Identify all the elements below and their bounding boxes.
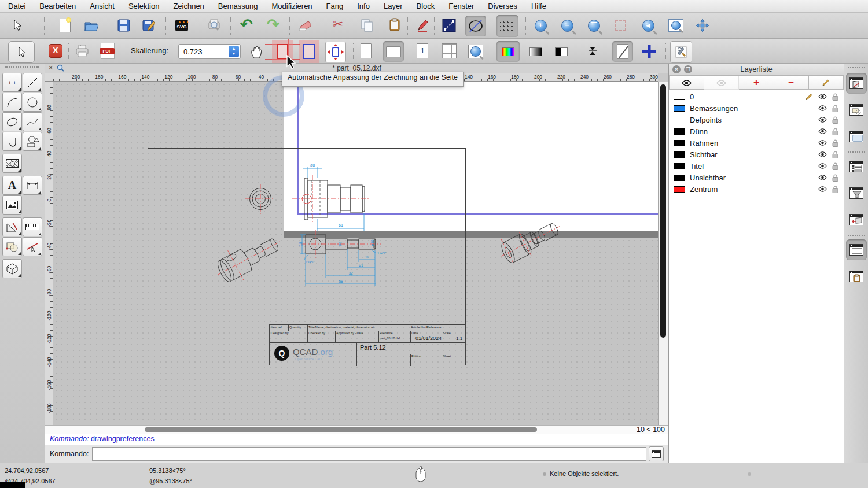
layer-lock-icon[interactable] bbox=[832, 105, 838, 112]
drawing-canvas[interactable]: ø8 61 18 bbox=[53, 82, 658, 425]
menu-item-block[interactable]: Block bbox=[416, 2, 435, 10]
zoom-selection-button[interactable] bbox=[611, 16, 630, 35]
show-all-layers-button[interactable] bbox=[669, 76, 704, 90]
blackwhite-mode-button[interactable] bbox=[550, 41, 573, 62]
menu-item-bearbeiten[interactable]: Bearbeiten bbox=[39, 2, 76, 10]
edit-layer-button[interactable] bbox=[809, 76, 844, 90]
menu-item-datei[interactable]: Datei bbox=[8, 2, 25, 10]
circle-tool-button[interactable] bbox=[23, 93, 42, 112]
save-button[interactable] bbox=[115, 16, 133, 35]
grayscale-mode-button[interactable] bbox=[524, 41, 547, 62]
horizontal-scrollbar-thumb[interactable] bbox=[145, 427, 537, 432]
line-draw-tool-button[interactable] bbox=[23, 73, 42, 92]
vertical-scrollbar-thumb[interactable] bbox=[660, 84, 666, 338]
full-color-mode-button[interactable] bbox=[496, 41, 520, 62]
eraser-button[interactable] bbox=[296, 16, 315, 35]
paste-button[interactable] bbox=[385, 16, 404, 34]
layer-lock-icon[interactable] bbox=[832, 162, 838, 170]
zoom-in-button[interactable]: + bbox=[531, 16, 550, 35]
layer-row-rahmen[interactable]: Rahmen bbox=[669, 137, 844, 149]
layer-visibility-icon[interactable] bbox=[818, 105, 827, 111]
measure-tool-button[interactable] bbox=[23, 217, 42, 236]
layer-color-swatch[interactable] bbox=[674, 151, 685, 158]
misc-draw-tool-button[interactable] bbox=[2, 217, 22, 236]
menu-item-fenster[interactable]: Fenster bbox=[448, 2, 474, 10]
menu-item-modifizieren[interactable]: Modifizieren bbox=[272, 2, 312, 10]
menu-item-hilfe[interactable]: Hilfe bbox=[531, 2, 546, 10]
undo-button[interactable]: ↶ bbox=[237, 15, 256, 34]
layer-row-0[interactable]: 0 bbox=[669, 91, 844, 102]
draw-pencil-button[interactable] bbox=[413, 16, 432, 35]
draft-mode-button[interactable] bbox=[612, 41, 633, 62]
layer-visibility-icon[interactable] bbox=[818, 94, 827, 99]
command-options-button[interactable] bbox=[649, 446, 664, 461]
property-list-panel-toggle[interactable] bbox=[846, 156, 867, 177]
pan-button[interactable] bbox=[693, 16, 712, 35]
pdf-export-button[interactable]: PDF bbox=[98, 42, 117, 60]
hide-all-layers-button[interactable] bbox=[704, 76, 739, 90]
redo-button[interactable]: ↷ bbox=[264, 15, 282, 34]
layer-visibility-icon[interactable] bbox=[818, 140, 827, 146]
library-browser-panel-toggle[interactable] bbox=[846, 209, 867, 230]
arc-tool-button[interactable] bbox=[2, 93, 22, 112]
layer-lock-icon[interactable] bbox=[832, 186, 838, 193]
menu-item-bemassung[interactable]: Bemassung bbox=[218, 2, 258, 10]
close-drawing-button[interactable]: X bbox=[46, 42, 65, 60]
menu-item-zeichnen[interactable]: Zeichnen bbox=[173, 2, 204, 10]
zoom-previous-button[interactable]: ◂ bbox=[639, 16, 657, 35]
compress-view-button[interactable] bbox=[583, 42, 602, 60]
menu-item-selektion[interactable]: Selektion bbox=[128, 2, 159, 10]
panel-detach-icon[interactable]: ❐ bbox=[684, 65, 692, 73]
block-panel-toggle[interactable] bbox=[846, 99, 867, 120]
remove-layer-button[interactable]: − bbox=[774, 76, 809, 90]
panel-close-icon[interactable]: ✕ bbox=[672, 65, 681, 73]
zoom-auto-button[interactable] bbox=[584, 16, 603, 35]
portrait-page-button[interactable] bbox=[356, 42, 375, 60]
fit-page-to-drawing-button[interactable] bbox=[299, 40, 319, 63]
polyline-tool-button[interactable] bbox=[2, 132, 22, 151]
point-tool-button[interactable]: + + bbox=[2, 73, 22, 92]
layer-color-swatch[interactable] bbox=[674, 140, 685, 146]
layer-visibility-icon[interactable] bbox=[818, 128, 827, 134]
zoom-window-button[interactable] bbox=[667, 16, 685, 35]
trim-tool-button[interactable] bbox=[23, 237, 42, 256]
layer-row-unsichtbar[interactable]: Unsichtbar bbox=[669, 172, 844, 183]
layer-lock-icon[interactable] bbox=[832, 151, 838, 158]
command-line-panel-toggle[interactable] bbox=[846, 239, 867, 260]
open-file-button[interactable] bbox=[82, 16, 101, 35]
tab-title[interactable]: * part_05.12.dxf bbox=[45, 64, 668, 72]
layer-panel-header[interactable]: ✕ ❐ Layerliste bbox=[669, 64, 844, 76]
menu-item-ansicht[interactable]: Ansicht bbox=[90, 2, 115, 10]
menu-item-diverses[interactable]: Diverses bbox=[488, 2, 517, 10]
layer-lock-icon[interactable] bbox=[832, 116, 838, 124]
scale-stepper[interactable]: ▲▼ bbox=[229, 46, 239, 57]
menu-item-info[interactable]: Info bbox=[357, 2, 370, 10]
svg-export-button[interactable]: SVG ▲▲▲ bbox=[172, 16, 191, 35]
cut-button[interactable]: ✂ bbox=[329, 15, 347, 34]
selection-filter-panel-toggle[interactable] bbox=[846, 183, 867, 204]
view-panel-toggle[interactable] bbox=[846, 126, 867, 147]
layer-panel-toggle[interactable] bbox=[846, 73, 867, 94]
horizontal-scrollbar[interactable]: 10 < 100 bbox=[45, 425, 668, 434]
palette-drag-handle[interactable] bbox=[5, 66, 39, 68]
layer-color-swatch[interactable] bbox=[674, 94, 685, 100]
grid-toggle-button[interactable] bbox=[496, 15, 518, 37]
layer-visibility-icon[interactable] bbox=[818, 117, 827, 123]
print-preview-button[interactable] bbox=[205, 16, 223, 35]
3d-view-tool-button[interactable] bbox=[2, 259, 22, 278]
menu-item-fang[interactable]: Fang bbox=[326, 2, 344, 10]
layer-visibility-icon[interactable] bbox=[818, 151, 827, 157]
layer-row-bemassungen[interactable]: Bemassungen bbox=[669, 102, 844, 114]
print-button[interactable] bbox=[73, 42, 91, 60]
clipboard-panel-toggle[interactable] bbox=[846, 266, 867, 287]
layer-color-swatch[interactable] bbox=[674, 163, 685, 169]
text-tool-button[interactable]: A bbox=[2, 176, 22, 195]
layer-color-swatch[interactable] bbox=[674, 186, 685, 193]
single-page-button[interactable]: 1 bbox=[413, 42, 432, 60]
pan-hand-button[interactable] bbox=[247, 41, 267, 62]
layer-row-titel[interactable]: Titel bbox=[669, 160, 844, 172]
landscape-page-button[interactable] bbox=[383, 41, 404, 62]
layer-row-zentrum[interactable]: Zentrum bbox=[669, 183, 844, 195]
strip-drag-handle[interactable] bbox=[848, 67, 865, 68]
layer-lock-icon[interactable] bbox=[832, 93, 838, 101]
